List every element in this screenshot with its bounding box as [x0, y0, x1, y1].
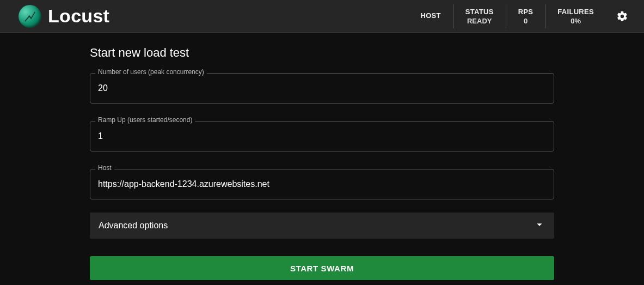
locust-icon	[23, 9, 37, 23]
settings-button[interactable]	[616, 10, 629, 23]
stat-rps: RPS 0	[506, 4, 545, 28]
stat-failures-label: FAILURES	[557, 8, 594, 16]
start-swarm-button[interactable]: START SWARM	[90, 256, 554, 280]
app-header: Locust HOST STATUS READY RPS 0 FAILURES …	[0, 0, 644, 33]
field-ramp-label: Ramp Up (users started/second)	[95, 116, 195, 124]
main-form: Start new load test Number of users (pea…	[90, 33, 554, 280]
stat-status-label: STATUS	[465, 8, 494, 16]
stat-rps-value: 0	[518, 17, 533, 25]
app-title: Locust	[48, 5, 109, 27]
ramp-input[interactable]	[90, 121, 554, 151]
host-input[interactable]	[90, 169, 554, 199]
header-stats: HOST STATUS READY RPS 0 FAILURES 0%	[408, 4, 629, 28]
field-host-label: Host	[95, 164, 114, 172]
field-ramp: Ramp Up (users started/second)	[90, 121, 554, 151]
stat-failures: FAILURES 0%	[545, 4, 606, 28]
stat-host-label: HOST	[420, 11, 440, 20]
page-title: Start new load test	[90, 46, 554, 60]
field-users: Number of users (peak concurrency)	[90, 73, 554, 104]
stat-status-value: READY	[465, 17, 494, 25]
stat-status: STATUS READY	[453, 4, 506, 28]
advanced-options-toggle[interactable]: Advanced options	[90, 213, 554, 239]
chevron-down-icon	[533, 219, 545, 233]
field-users-label: Number of users (peak concurrency)	[95, 68, 207, 76]
stat-rps-label: RPS	[518, 8, 533, 16]
stat-failures-value: 0%	[557, 17, 594, 25]
gear-icon	[616, 10, 628, 22]
logo-wrap: Locust	[19, 5, 109, 28]
locust-logo-icon	[19, 5, 41, 28]
stat-host: HOST	[408, 4, 452, 28]
field-host: Host	[90, 169, 554, 199]
users-input[interactable]	[90, 73, 554, 104]
advanced-options-label: Advanced options	[99, 221, 168, 231]
